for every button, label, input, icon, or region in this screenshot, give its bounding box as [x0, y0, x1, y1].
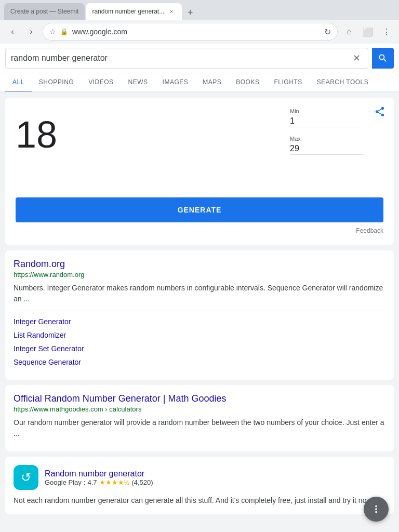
result-sublink-1[interactable]: Integer Generator [14, 317, 385, 326]
app-title[interactable]: Random number generator [45, 469, 144, 478]
share-button[interactable] [374, 106, 385, 119]
tab-rng[interactable]: random number generat... × [86, 3, 182, 20]
generate-button[interactable]: GENERATE [16, 197, 383, 222]
fab-button[interactable] [364, 497, 389, 522]
browser-chrome: Create a post — Steemit random number ge… [0, 0, 399, 44]
result-title[interactable]: Random.org [14, 259, 385, 270]
tabs-button[interactable]: ⬜ [361, 24, 375, 39]
tab-label: Create a post — Steemit [10, 8, 78, 15]
rng-max-input[interactable] [290, 144, 363, 155]
share-icon [374, 106, 385, 117]
address-text: www.google.com [72, 28, 320, 36]
feedback-link[interactable]: Feedback [356, 227, 383, 234]
app-snippet: Not each random number generator can gen… [14, 495, 385, 506]
tab-news[interactable]: NEWS [121, 73, 155, 92]
result-url: https://www.mathgoodies.com › calculator… [14, 405, 385, 413]
reload-icon[interactable]: ↻ [324, 27, 331, 37]
result-math-goodies: Official Random Number Generator | Math … [5, 385, 394, 451]
result-sublink-2[interactable]: List Randomizer [14, 331, 385, 339]
rng-min-label: Min [290, 108, 363, 114]
result-sublink-4[interactable]: Sequence Generator [14, 358, 385, 366]
tab-images[interactable]: IMAGES [155, 73, 196, 92]
rng-min-input[interactable] [290, 116, 363, 127]
rng-controls: Min Max [290, 108, 363, 155]
tab-videos[interactable]: VIDEOS [81, 73, 121, 92]
app-reviews: (4,520) [131, 478, 153, 486]
app-stars: ★★★★½ [99, 478, 130, 486]
app-header: ↺ Random number generator Google Play: 4… [14, 465, 385, 490]
search-submit-button[interactable] [372, 48, 394, 69]
app-source: Google Play: 4.7 ★★★★½ (4,520) [45, 478, 153, 486]
result-random-org: Random.org https://www.random.org Number… [5, 250, 394, 380]
result-url: https://www.random.org [14, 271, 385, 278]
search-input[interactable] [11, 54, 350, 63]
app-result-card: ↺ Random number generator Google Play: 4… [5, 457, 394, 514]
result-snippet: Numbers. Integer Generator makes random … [14, 283, 385, 304]
result-snippet: Our random number generator will provide… [14, 417, 385, 439]
more-icon [370, 503, 382, 515]
search-clear-button[interactable]: ✕ [350, 52, 363, 64]
main-content: 18 Min Max GENERATE Feedback Random.org … [0, 92, 399, 525]
rng-max-label: Max [290, 136, 363, 142]
app-rating: 4.7 [87, 478, 97, 486]
rng-min-field: Min [290, 108, 363, 127]
tab-shopping[interactable]: SHOPPING [32, 73, 81, 92]
search-input-wrapper: ✕ [5, 48, 368, 69]
app-icon: ↺ [14, 465, 38, 490]
rng-widget: 18 Min Max GENERATE Feedback [5, 98, 394, 245]
forward-button[interactable]: › [24, 24, 38, 39]
tab-search-tools[interactable]: SEARCH TOOLS [310, 73, 376, 92]
app-info: Random number generator Google Play: 4.7… [45, 469, 153, 486]
menu-button[interactable]: ⋮ [379, 24, 394, 39]
tab-books[interactable]: BOOKS [229, 73, 267, 92]
bookmark-icon: ☆ [49, 28, 56, 36]
new-tab-button[interactable]: + [183, 5, 197, 20]
back-button[interactable]: ‹ [5, 24, 20, 39]
search-icon [378, 53, 388, 63]
lock-icon: 🔒 [60, 28, 68, 35]
tab-steemit[interactable]: Create a post — Steemit [4, 3, 85, 20]
tab-maps[interactable]: MAPS [195, 73, 229, 92]
nav-tabs: ALL SHOPPING VIDEOS NEWS IMAGES MAPS BOO… [0, 73, 399, 92]
search-bar-container: ✕ [0, 44, 399, 73]
feedback-row: Feedback [16, 222, 383, 235]
app-icon-char: ↺ [21, 470, 31, 485]
rng-max-field: Max [290, 136, 363, 155]
address-bar-row: ‹ › ☆ 🔒 www.google.com ↻ ⌂ ⬜ ⋮ [0, 20, 399, 44]
tab-label: random number generat... [92, 8, 164, 15]
app-source-label: Google Play [45, 478, 82, 486]
result-sublink-3[interactable]: Integer Set Generator [14, 344, 385, 353]
tabs-bar: Create a post — Steemit random number ge… [0, 0, 399, 20]
address-bar[interactable]: ☆ 🔒 www.google.com ↻ [43, 23, 338, 41]
result-title[interactable]: Official Random Number Generator | Math … [14, 393, 385, 404]
tab-close-icon[interactable]: × [167, 7, 176, 16]
tab-all[interactable]: ALL [5, 73, 32, 92]
home-button[interactable]: ⌂ [342, 24, 356, 39]
tab-flights[interactable]: FLIGHTS [267, 73, 309, 92]
result-divider [14, 311, 385, 311]
